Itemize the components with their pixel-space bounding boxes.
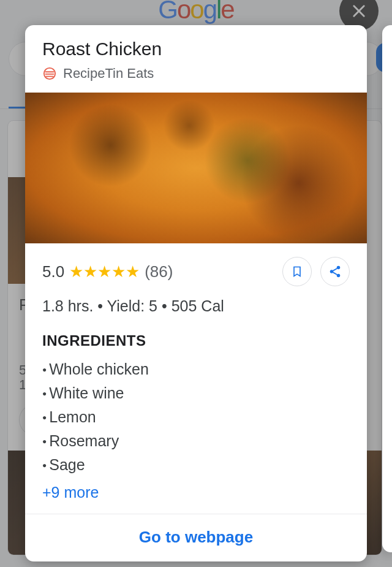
recipe-card-modal: Roast Chicken RecipeTin Eats 5.0 ★★★★★ (…	[25, 25, 367, 561]
ingredient-item: Lemon	[42, 408, 350, 426]
modal-footer: Go to webpage	[25, 514, 367, 561]
next-card-peek[interactable]	[382, 25, 392, 552]
ingredient-item: Whole chicken	[42, 360, 350, 378]
recipe-meta: 1.8 hrs. • Yield: 5 • 505 Cal	[42, 297, 350, 315]
svg-line-10	[333, 272, 337, 275]
more-ingredients-link[interactable]: +9 more	[42, 484, 99, 501]
svg-point-8	[337, 274, 341, 278]
recipe-title: Roast Chicken	[42, 39, 350, 59]
ingredients-heading: INGREDIENTS	[42, 332, 350, 349]
svg-point-6	[337, 266, 341, 270]
star-icon: ★★★★★	[69, 262, 140, 281]
go-to-webpage-link[interactable]: Go to webpage	[139, 528, 253, 546]
ingredients-list: Whole chicken White wine Lemon Rosemary …	[42, 360, 350, 474]
svg-line-9	[333, 268, 337, 271]
rating: 5.0 ★★★★★ (86)	[42, 262, 173, 281]
rating-value: 5.0	[42, 262, 64, 281]
action-buttons	[282, 257, 350, 286]
ingredient-item: Rosemary	[42, 432, 350, 450]
svg-point-7	[330, 270, 334, 273]
modal-header: Roast Chicken RecipeTin Eats	[25, 25, 367, 93]
save-button[interactable]	[282, 257, 312, 286]
ingredient-item: White wine	[42, 384, 350, 402]
review-count: (86)	[145, 262, 173, 281]
recipe-source[interactable]: RecipeTin Eats	[42, 66, 350, 82]
source-name: RecipeTin Eats	[63, 66, 154, 82]
recipe-hero-image	[25, 93, 367, 243]
share-button[interactable]	[320, 257, 350, 286]
source-favicon-icon	[42, 66, 57, 81]
modal-body: 5.0 ★★★★★ (86) 1.8 hrs. • Yield: 5 • 505…	[25, 243, 367, 514]
ingredient-item: Sage	[42, 456, 350, 474]
rating-row: 5.0 ★★★★★ (86)	[42, 257, 350, 286]
